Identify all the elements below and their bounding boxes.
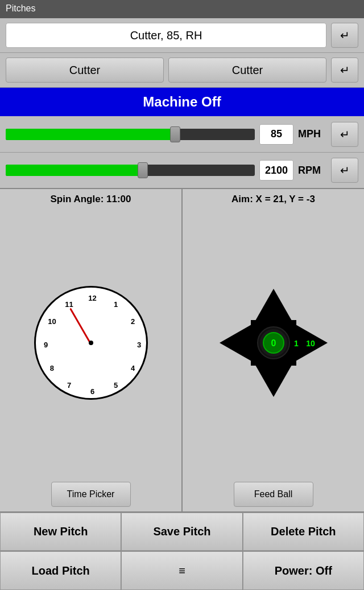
- rpm-row: 2100 RPM ↵: [0, 153, 364, 189]
- aim-right-value1: 1: [294, 339, 299, 348]
- clock-number-9: 9: [44, 341, 48, 349]
- speed-slider[interactable]: [6, 129, 255, 140]
- aim-target[interactable]: 0 1 10: [217, 286, 330, 400]
- machine-status-bar: Machine Off: [0, 88, 364, 116]
- rpm-value[interactable]: 2100: [259, 160, 293, 181]
- aim-panel: Aim: X = 21, Y = -3: [183, 189, 364, 511]
- load-pitch-button[interactable]: Load Pitch: [0, 551, 121, 590]
- power-off-button[interactable]: Power: Off: [243, 551, 364, 590]
- pitch-type-left-button[interactable]: Cutter: [6, 58, 164, 83]
- clock-number-6: 6: [90, 387, 94, 396]
- rpm-unit: RPM: [298, 165, 326, 177]
- aim-title: Aim: X = 21, Y = -3: [231, 194, 315, 205]
- speed-row: 85 MPH ↵: [0, 116, 364, 153]
- pitch-type-right-button[interactable]: Cutter: [168, 58, 326, 83]
- clock-number-12: 12: [88, 294, 96, 302]
- rpm-enter-button[interactable]: ↵: [331, 158, 358, 183]
- clock-number-1: 1: [114, 300, 118, 308]
- clock-number-10: 10: [48, 317, 56, 326]
- save-pitch-button[interactable]: Save Pitch: [121, 513, 242, 551]
- clock-wrapper: 121234567891011: [5, 208, 177, 477]
- speed-unit: MPH: [298, 128, 326, 140]
- pitch-name-enter-button[interactable]: ↵: [331, 23, 358, 48]
- title-bar: Pitches: [0, 0, 364, 18]
- machine-status-label: Machine Off: [143, 94, 221, 110]
- spin-panel: Spin Angle: 11:00 121234567891011 Time P…: [0, 189, 183, 511]
- clock-number-5: 5: [114, 381, 118, 390]
- clock-number-3: 3: [137, 341, 141, 349]
- speed-enter-button[interactable]: ↵: [331, 122, 358, 147]
- clock-face[interactable]: 121234567891011: [34, 286, 148, 400]
- aim-wrapper: 0 1 10: [187, 208, 359, 477]
- feed-ball-button[interactable]: Feed Ball: [234, 482, 313, 507]
- clock-number-7: 7: [67, 381, 71, 390]
- clock-number-2: 2: [131, 317, 135, 326]
- spin-title: Spin Angle: 11:00: [50, 194, 131, 205]
- time-picker-button[interactable]: Time Picker: [51, 482, 131, 507]
- new-pitch-button[interactable]: New Pitch: [0, 513, 121, 551]
- pitch-name-input[interactable]: [6, 23, 326, 48]
- clock-number-8: 8: [50, 364, 54, 372]
- action-row-2: Load Pitch ≡ Power: Off: [0, 551, 364, 590]
- title-label: Pitches: [6, 3, 35, 13]
- action-row-1: New Pitch Save Pitch Delete Pitch: [0, 513, 364, 551]
- pitch-type-row: Cutter Cutter ↵: [0, 53, 364, 88]
- rpm-slider[interactable]: [6, 165, 255, 176]
- pitch-name-row: ↵: [0, 18, 364, 53]
- menu-button[interactable]: ≡: [121, 551, 242, 590]
- delete-pitch-button[interactable]: Delete Pitch: [243, 513, 364, 551]
- clock-number-4: 4: [131, 364, 135, 372]
- clock-number-11: 11: [65, 300, 73, 308]
- speed-value[interactable]: 85: [259, 124, 293, 145]
- pitch-type-enter-button[interactable]: ↵: [331, 58, 358, 83]
- aim-right-value2: 10: [306, 339, 315, 348]
- aim-center-value: 0: [271, 338, 276, 348]
- controls-section: Spin Angle: 11:00 121234567891011 Time P…: [0, 189, 364, 513]
